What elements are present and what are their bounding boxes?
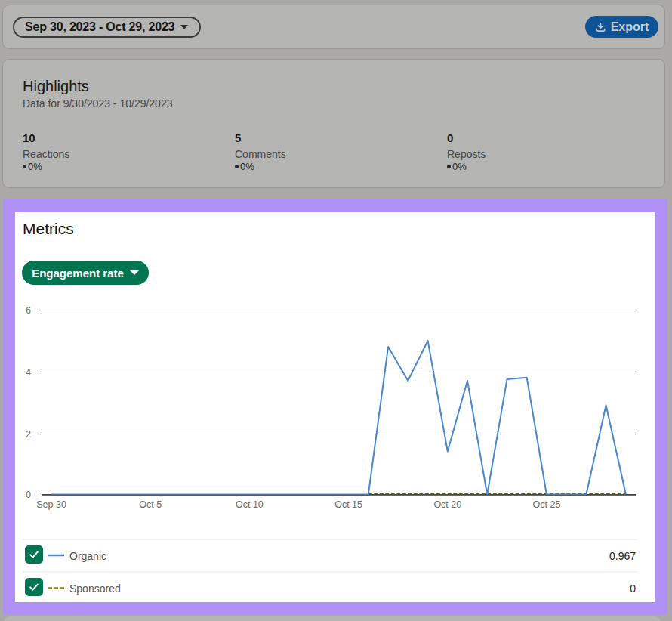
svg-text:2: 2	[26, 429, 31, 440]
svg-text:4: 4	[26, 367, 31, 378]
svg-text:Oct 20: Oct 20	[433, 499, 461, 510]
svg-text:0: 0	[26, 490, 31, 500]
svg-text:Oct 10: Oct 10	[236, 499, 264, 510]
svg-text:Sep 30: Sep 30	[36, 499, 66, 510]
svg-text:6: 6	[26, 305, 31, 316]
svg-text:Oct 15: Oct 15	[334, 499, 362, 510]
svg-text:Oct 25: Oct 25	[533, 499, 561, 510]
svg-text:Oct 5: Oct 5	[139, 499, 162, 510]
